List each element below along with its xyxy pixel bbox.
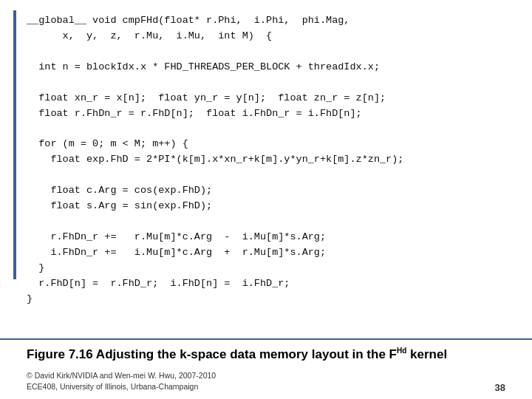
footer-line1: © David Kirk/NVIDIA and Wen-mei W. Hwu, …	[27, 370, 216, 382]
code-block: __global__ void cmpFHd(float* r.Phi, i.P…	[27, 13, 505, 307]
footer-area: © David Kirk/NVIDIA and Wen-mei W. Hwu, …	[0, 367, 532, 400]
left-bar-decoration	[13, 10, 16, 279]
footer-left: © David Kirk/NVIDIA and Wen-mei W. Hwu, …	[27, 370, 216, 394]
caption-superscript: Hd	[397, 347, 406, 355]
caption-suffix: kernel	[406, 347, 447, 361]
footer-line2: ECE408, University of Illinois, Urbana-C…	[27, 381, 216, 393]
footer-page-number: 38	[495, 382, 505, 393]
caption-prefix: Figure 7.16 Adjusting the k-space data m…	[27, 347, 397, 361]
code-area: __global__ void cmpFHd(float* r.Phi, i.P…	[0, 0, 532, 338]
page: __global__ void cmpFHd(float* r.Phi, i.P…	[0, 0, 532, 399]
caption-area: Figure 7.16 Adjusting the k-space data m…	[0, 338, 532, 367]
caption-text: Figure 7.16 Adjusting the k-space data m…	[27, 346, 505, 363]
